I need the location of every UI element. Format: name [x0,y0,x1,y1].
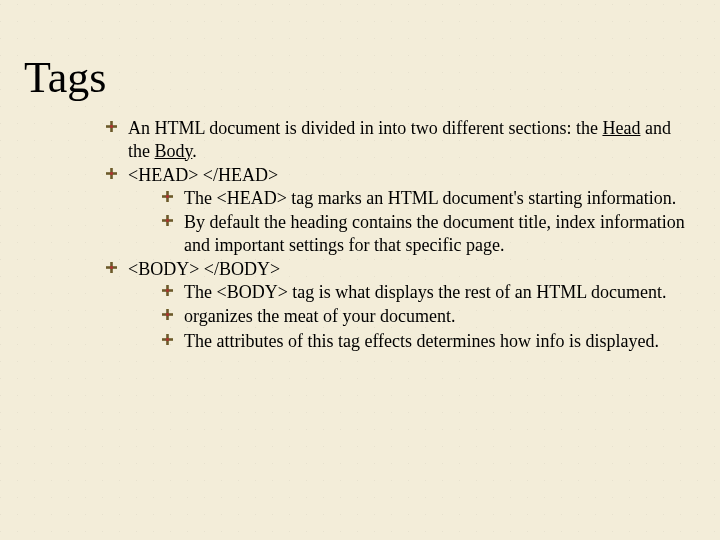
bullet-list: The <BODY> tag is what displays the rest… [128,281,696,353]
text: The attributes of this tag effects deter… [184,331,659,351]
text: . [192,141,197,161]
text: organizes the meat of your document. [184,306,456,326]
bullet-icon [106,121,117,132]
text: The <BODY> tag is what displays the rest… [184,282,667,302]
bullet-icon [162,285,173,296]
list-item: <HEAD> </HEAD> The <HEAD> tag marks an H… [106,164,696,256]
bullet-icon [162,309,173,320]
list-item: The <BODY> tag is what displays the rest… [162,281,696,304]
bullet-icon [162,215,173,226]
svg-rect-8 [166,195,169,198]
list-item: The attributes of this tag effects deter… [162,330,696,353]
list-item: organizes the meat of your document. [162,305,696,328]
list-item: The <HEAD> tag marks an HTML document's … [162,187,696,210]
svg-rect-11 [166,219,169,222]
list-item: An HTML document is divided in into two … [106,117,696,162]
text: <HEAD> </HEAD> [128,165,278,185]
bullet-icon [106,262,117,273]
svg-rect-2 [110,125,113,128]
underlined-text: Body [155,141,193,161]
svg-rect-20 [166,313,169,316]
svg-rect-23 [166,338,169,341]
bullet-icon [162,334,173,345]
svg-rect-14 [110,266,113,269]
bullet-list: The <HEAD> tag marks an HTML document's … [128,187,696,257]
text: By default the heading contains the docu… [184,212,685,255]
bullet-icon [162,191,173,202]
list-item: By default the heading contains the docu… [162,211,696,256]
bullet-icon [106,168,117,179]
text: <BODY> </BODY> [128,259,280,279]
text: The <HEAD> tag marks an HTML document's … [184,188,676,208]
underlined-text: Head [602,118,640,138]
list-item: <BODY> </BODY> The <BODY> tag is what di… [106,258,696,352]
svg-rect-5 [110,172,113,175]
text: An HTML document is divided in into two … [128,118,602,138]
slide-title: Tags [24,52,696,103]
bullet-list: An HTML document is divided in into two … [24,117,696,352]
svg-rect-17 [166,289,169,292]
